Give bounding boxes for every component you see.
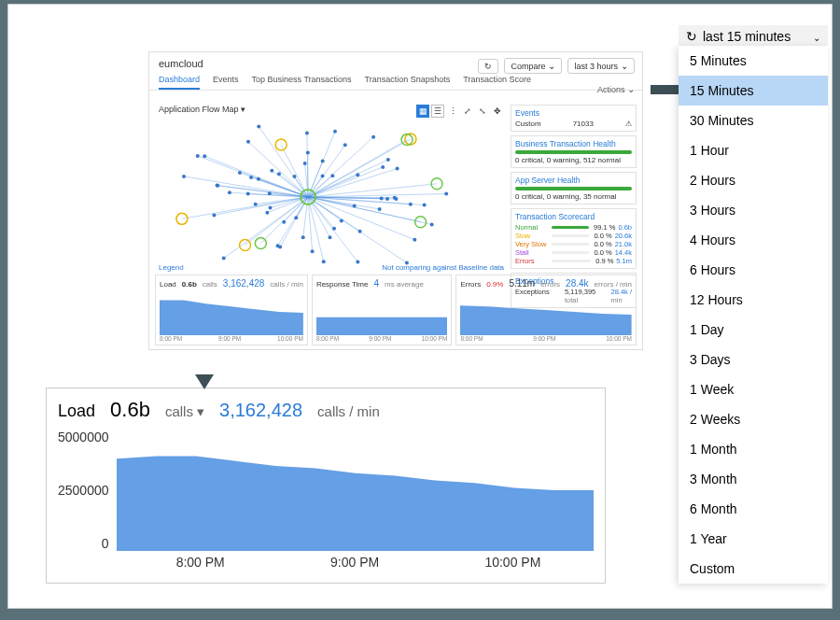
refresh-icon[interactable] bbox=[686, 29, 697, 44]
dashboard-panel: eumcloud Compare last 3 hours DashboardE… bbox=[148, 51, 643, 350]
svg-point-106 bbox=[330, 174, 334, 177]
svg-line-17 bbox=[224, 197, 308, 259]
view-list-icon[interactable]: ☰ bbox=[431, 105, 444, 118]
events-pane[interactable]: Events Custom71033⚠ bbox=[511, 105, 637, 132]
ash-pane[interactable]: App Server Health 0 critical, 0 warning,… bbox=[511, 172, 637, 204]
time-option-30-minutes[interactable]: 30 Minutes bbox=[679, 106, 828, 135]
mini-load-chart[interactable]: Load 0.6b calls 3,162,428 calls / min 8:… bbox=[155, 275, 308, 345]
svg-point-109 bbox=[343, 143, 347, 147]
zoom-unit: calls ▾ bbox=[165, 403, 204, 420]
svg-point-130 bbox=[409, 203, 413, 206]
svg-point-115 bbox=[196, 154, 200, 158]
tab-transaction-score[interactable]: Transaction Score bbox=[463, 75, 531, 90]
refresh-icon[interactable] bbox=[478, 59, 498, 74]
zoom-fit-icon[interactable]: ⤢ bbox=[461, 105, 474, 118]
zoom-value: 0.6b bbox=[110, 398, 150, 422]
time-option-6-month[interactable]: 6 Month bbox=[679, 494, 828, 524]
actions-dropdown[interactable]: Actions bbox=[597, 84, 635, 94]
settings-icon[interactable]: ✥ bbox=[491, 105, 504, 118]
svg-line-19 bbox=[214, 197, 308, 215]
svg-point-69 bbox=[254, 203, 258, 206]
time-option-3-month[interactable]: 3 Month bbox=[679, 464, 828, 494]
zoom-x-axis: 8:00 PM9:00 PM10:00 PM bbox=[58, 555, 594, 570]
svg-point-118 bbox=[311, 249, 315, 253]
fullscreen-icon[interactable]: ⤡ bbox=[476, 105, 489, 118]
tab-dashboard[interactable]: Dashboard bbox=[159, 75, 200, 90]
svg-point-116 bbox=[306, 151, 310, 155]
tab-events[interactable]: Events bbox=[213, 75, 239, 90]
svg-point-119 bbox=[378, 207, 382, 211]
time-option-2-hours[interactable]: 2 Hours bbox=[679, 165, 828, 195]
time-option-1-year[interactable]: 1 Year bbox=[679, 524, 828, 554]
time-option-3-hours[interactable]: 3 Hours bbox=[679, 195, 828, 225]
svg-point-129 bbox=[255, 238, 266, 249]
zoom-y-axis: 500000025000000 bbox=[58, 430, 117, 551]
svg-point-77 bbox=[371, 135, 375, 139]
svg-point-68 bbox=[386, 158, 390, 162]
svg-line-41 bbox=[308, 194, 446, 197]
svg-point-95 bbox=[216, 184, 219, 188]
time-selector-menu: 5 Minutes15 Minutes30 Minutes1 Hour2 Hou… bbox=[679, 46, 828, 584]
svg-point-107 bbox=[444, 192, 448, 196]
time-option-2-weeks[interactable]: 2 Weeks bbox=[679, 404, 828, 434]
svg-point-80 bbox=[413, 238, 416, 242]
scorecard-pane[interactable]: Transaction Scorecard Normal99.1 %0.6bSl… bbox=[511, 208, 637, 269]
compare-dropdown[interactable]: Compare bbox=[504, 58, 562, 74]
time-option-custom[interactable]: Custom bbox=[679, 554, 828, 584]
svg-point-125 bbox=[265, 211, 269, 215]
legend-link[interactable]: Legend bbox=[159, 263, 184, 272]
time-option-15-minutes[interactable]: 15 Minutes bbox=[679, 76, 828, 106]
svg-point-99 bbox=[332, 227, 336, 231]
svg-point-120 bbox=[240, 239, 251, 250]
svg-point-110 bbox=[322, 260, 326, 263]
svg-point-90 bbox=[257, 177, 260, 181]
svg-point-88 bbox=[249, 176, 253, 179]
zoom-title: Load bbox=[58, 402, 95, 421]
time-option-1-week[interactable]: 1 Week bbox=[679, 374, 828, 404]
zoom-load-chart[interactable] bbox=[117, 430, 594, 551]
dashboard-tabs: DashboardEventsTop Business Transactions… bbox=[149, 71, 642, 91]
mini-errors-chart[interactable]: Errors 0.9% 5.11m errors 28.4k errors / … bbox=[455, 275, 637, 345]
time-option-1-day[interactable]: 1 Day bbox=[679, 315, 828, 345]
application-flow-map[interactable] bbox=[159, 118, 504, 276]
svg-point-76 bbox=[385, 197, 389, 201]
svg-point-91 bbox=[203, 154, 206, 158]
svg-point-78 bbox=[321, 160, 325, 163]
svg-line-42 bbox=[308, 169, 398, 197]
time-option-12-hours[interactable]: 12 Hours bbox=[679, 285, 828, 315]
chevron-down-icon bbox=[813, 29, 820, 44]
time-option-3-days[interactable]: 3 Days bbox=[679, 345, 828, 374]
time-selector-label: last 15 minutes bbox=[703, 29, 791, 44]
time-option-1-hour[interactable]: 1 Hour bbox=[679, 135, 828, 165]
svg-point-86 bbox=[356, 173, 359, 176]
flow-map-label[interactable]: Application Flow Map ▾ bbox=[159, 105, 245, 114]
svg-point-127 bbox=[301, 235, 305, 239]
svg-line-53 bbox=[308, 197, 380, 209]
svg-point-89 bbox=[381, 165, 385, 169]
svg-line-11 bbox=[308, 137, 373, 197]
svg-point-85 bbox=[212, 213, 216, 217]
svg-point-112 bbox=[246, 192, 250, 196]
time-option-1-month[interactable]: 1 Month bbox=[679, 434, 828, 464]
bth-pane[interactable]: Business Transaction Health 0 critical, … bbox=[511, 135, 637, 168]
view-toggle-group: ▦ ☰ ⋮ ⤢ ⤡ ✥ bbox=[416, 105, 504, 118]
zoom-rate-unit: calls / min bbox=[317, 403, 380, 419]
time-option-6-hours[interactable]: 6 Hours bbox=[679, 255, 828, 285]
svg-point-121 bbox=[394, 197, 398, 201]
tab-transaction-snapshots[interactable]: Transaction Snapshots bbox=[365, 75, 451, 90]
page-canvas: eumcloud Compare last 3 hours DashboardE… bbox=[7, 4, 833, 609]
tab-top-business-transactions[interactable]: Top Business Transactions bbox=[252, 75, 352, 90]
svg-point-97 bbox=[294, 216, 298, 219]
svg-point-87 bbox=[303, 162, 307, 165]
svg-point-117 bbox=[328, 235, 331, 239]
svg-point-104 bbox=[257, 124, 260, 128]
mini-rt-chart[interactable]: Response Time 4 ms average 8:00 PM9:00 P… bbox=[312, 275, 452, 345]
svg-point-103 bbox=[277, 172, 281, 176]
view-grid-icon[interactable]: ▦ bbox=[416, 105, 429, 118]
svg-point-73 bbox=[282, 220, 286, 224]
time-option-4-hours[interactable]: 4 Hours bbox=[679, 225, 828, 255]
svg-point-108 bbox=[396, 167, 399, 171]
time-option-5-minutes[interactable]: 5 Minutes bbox=[679, 46, 828, 76]
svg-line-43 bbox=[308, 145, 345, 197]
time-range-dropdown[interactable]: last 3 hours bbox=[567, 58, 635, 74]
